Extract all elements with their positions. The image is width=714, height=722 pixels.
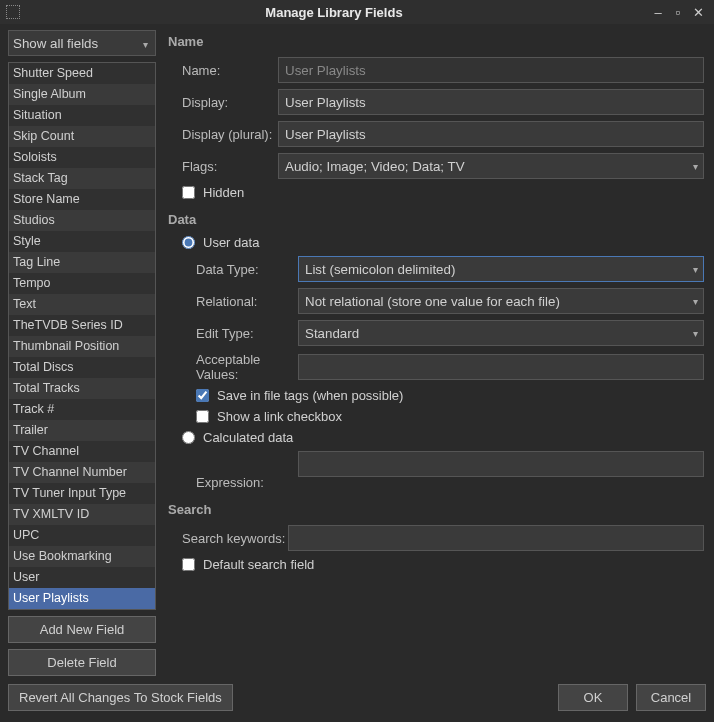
- section-data: Data: [168, 212, 704, 227]
- display-plural-input[interactable]: [278, 121, 704, 147]
- list-item[interactable]: Use Bookmarking: [9, 546, 155, 567]
- list-item[interactable]: Soloists: [9, 147, 155, 168]
- save-tags-label: Save in file tags (when possible): [217, 388, 403, 403]
- list-item[interactable]: Studios: [9, 210, 155, 231]
- calculated-data-label: Calculated data: [203, 430, 293, 445]
- display-plural-label: Display (plural):: [168, 127, 278, 142]
- acceptable-label: Acceptable Values:: [168, 352, 298, 382]
- minimize-button[interactable]: –: [648, 5, 668, 20]
- window-title: Manage Library Fields: [20, 5, 648, 20]
- list-item[interactable]: Style: [9, 231, 155, 252]
- list-item[interactable]: TV Channel Number: [9, 462, 155, 483]
- maximize-button[interactable]: ▫: [668, 5, 688, 20]
- list-item[interactable]: Shutter Speed: [9, 63, 155, 84]
- expression-textarea[interactable]: [298, 451, 704, 477]
- list-item[interactable]: Track #: [9, 399, 155, 420]
- field-list[interactable]: Series IDShow Work Move...Shutter SpeedS…: [8, 62, 156, 610]
- list-item[interactable]: TV Tuner Input Type: [9, 483, 155, 504]
- list-item[interactable]: User Playlists: [9, 588, 155, 609]
- list-item[interactable]: Total Discs: [9, 357, 155, 378]
- display-label: Display:: [168, 95, 278, 110]
- save-tags-checkbox[interactable]: [196, 389, 209, 402]
- data-type-label: Data Type:: [168, 262, 298, 277]
- field-filter-select[interactable]: Show all fields: [8, 30, 156, 56]
- app-icon: [6, 5, 20, 19]
- hidden-label: Hidden: [203, 185, 244, 200]
- list-item[interactable]: Situation: [9, 105, 155, 126]
- section-search: Search: [168, 502, 704, 517]
- flags-select[interactable]: Audio; Image; Video; Data; TV: [278, 153, 704, 179]
- delete-field-button[interactable]: Delete Field: [8, 649, 156, 676]
- revert-button[interactable]: Revert All Changes To Stock Fields: [8, 684, 233, 711]
- list-item[interactable]: TV XMLTV ID: [9, 504, 155, 525]
- list-item[interactable]: Store Name: [9, 189, 155, 210]
- list-item[interactable]: TheTVDB Series ID: [9, 315, 155, 336]
- list-item[interactable]: Tempo: [9, 273, 155, 294]
- default-search-checkbox[interactable]: [182, 558, 195, 571]
- close-button[interactable]: ✕: [688, 5, 708, 20]
- list-item[interactable]: Total Tracks: [9, 378, 155, 399]
- cancel-button[interactable]: Cancel: [636, 684, 706, 711]
- bottom-bar: Revert All Changes To Stock Fields OK Ca…: [0, 676, 714, 719]
- list-item[interactable]: Text: [9, 294, 155, 315]
- data-type-select[interactable]: List (semicolon delimited): [298, 256, 704, 282]
- relational-label: Relational:: [168, 294, 298, 309]
- expression-label: Expression:: [168, 451, 298, 490]
- show-link-label: Show a link checkbox: [217, 409, 342, 424]
- calculated-data-radio[interactable]: [182, 431, 195, 444]
- list-item[interactable]: TV Channel: [9, 441, 155, 462]
- list-item[interactable]: Skip Count: [9, 126, 155, 147]
- hidden-checkbox[interactable]: [182, 186, 195, 199]
- show-link-checkbox[interactable]: [196, 410, 209, 423]
- edit-type-select[interactable]: Standard: [298, 320, 704, 346]
- name-label: Name:: [168, 63, 278, 78]
- list-item[interactable]: Tag Line: [9, 252, 155, 273]
- ok-button[interactable]: OK: [558, 684, 628, 711]
- list-item[interactable]: Trailer: [9, 420, 155, 441]
- right-panel: Name Name: Display: Display (plural): Fl…: [160, 30, 714, 676]
- edit-type-label: Edit Type:: [168, 326, 298, 341]
- display-input[interactable]: [278, 89, 704, 115]
- list-item[interactable]: UPC: [9, 525, 155, 546]
- name-input: [278, 57, 704, 83]
- relational-select[interactable]: Not relational (store one value for each…: [298, 288, 704, 314]
- list-item[interactable]: User: [9, 567, 155, 588]
- flags-label: Flags:: [168, 159, 278, 174]
- user-data-label: User data: [203, 235, 259, 250]
- add-field-button[interactable]: Add New Field: [8, 616, 156, 643]
- list-item[interactable]: Single Album: [9, 84, 155, 105]
- section-name: Name: [168, 34, 704, 49]
- acceptable-input[interactable]: [298, 354, 704, 380]
- keywords-label: Search keywords:: [168, 531, 288, 546]
- list-item[interactable]: Thumbnail Position: [9, 336, 155, 357]
- keywords-input[interactable]: [288, 525, 704, 551]
- left-panel: Show all fields Series IDShow Work Move.…: [0, 30, 160, 676]
- titlebar: Manage Library Fields – ▫ ✕: [0, 0, 714, 24]
- default-search-label: Default search field: [203, 557, 314, 572]
- list-item[interactable]: Stack Tag: [9, 168, 155, 189]
- user-data-radio[interactable]: [182, 236, 195, 249]
